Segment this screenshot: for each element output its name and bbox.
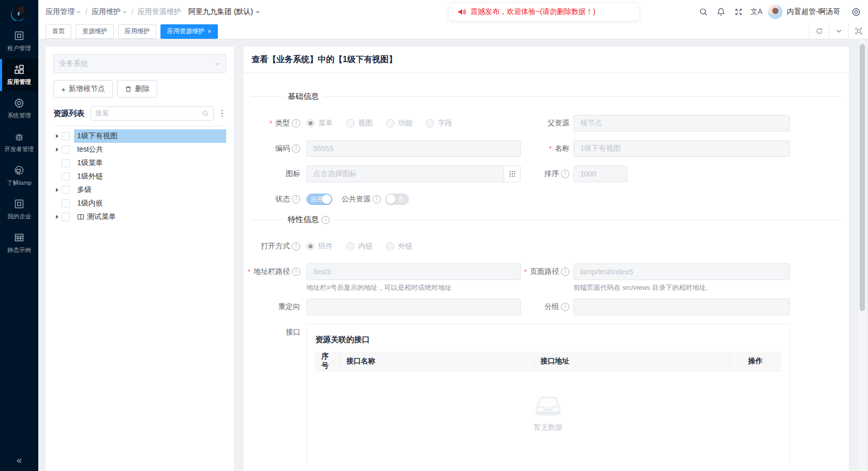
icon-picker-button[interactable] <box>504 166 521 182</box>
parent-resource-input: 根节点 <box>573 115 790 131</box>
path-input: /test3 <box>306 263 521 280</box>
translate-icon[interactable]: 文A <box>747 0 765 24</box>
collapse-icon: « <box>17 455 22 465</box>
expand-caret-icon[interactable] <box>53 148 61 152</box>
api-table-header: 序号 接口名称 接口地址 操作 <box>315 352 781 371</box>
expand-caret-icon[interactable] <box>53 188 61 192</box>
icon-input: 点击选择图标 <box>306 166 504 182</box>
field-label-public: 公共资源i <box>336 191 381 208</box>
radio-type-field: 字段 <box>426 119 452 128</box>
sidebar-item-lamp[interactable]: 了解lamp <box>0 160 38 192</box>
chevron-down-icon <box>255 9 260 14</box>
sidebar-item-application[interactable]: 应用管理 <box>0 59 38 91</box>
app-logo[interactable] <box>0 0 38 24</box>
sidebar-item-developer[interactable]: 开发者管理 <box>0 126 38 158</box>
node-checkbox[interactable] <box>62 213 70 221</box>
expand-caret-icon[interactable] <box>53 215 61 219</box>
tab-app-resource-maintain[interactable]: 应用资源维护 × <box>160 24 218 39</box>
public-resource-toggle: 否 <box>385 194 409 205</box>
info-icon: i <box>292 119 300 127</box>
plus-icon: + <box>61 85 66 94</box>
info-icon: i <box>292 268 300 276</box>
info-icon: i <box>561 303 569 311</box>
sidebar-item-enterprise[interactable]: 我的企业 <box>0 194 38 226</box>
radio-open-outer-link: 外链 <box>386 242 413 251</box>
field-label-icon: 图标 <box>252 166 300 182</box>
tab-home[interactable]: 首页 <box>46 24 71 39</box>
tab-app-maintain[interactable]: 应用维护 <box>118 24 156 39</box>
announcement-banner[interactable]: 震撼发布，欢迎体验~(请勿删除数据！) <box>448 3 640 21</box>
open-mode-radio-group: 组件 内链 外链 <box>306 238 521 255</box>
app-root: 租户管理 应用管理 系统管理 <box>0 0 868 471</box>
sidebar-item-label: 系统管理 <box>7 111 31 120</box>
node-checkbox[interactable] <box>62 172 70 181</box>
page-scrollbar-thumb[interactable] <box>860 44 865 311</box>
tree-node[interactable]: test公共 <box>53 143 226 156</box>
close-icon[interactable]: × <box>208 28 211 35</box>
node-checkbox[interactable] <box>62 199 70 208</box>
field-label-parent: 父资源 <box>525 115 569 131</box>
component-input: lamp/test/index5 <box>573 263 790 280</box>
breadcrumb-separator: / <box>131 8 134 16</box>
notification-bell-icon[interactable] <box>712 0 730 24</box>
tab-resource-maintain[interactable]: 资源维护 <box>76 24 114 39</box>
fullscreen-icon[interactable] <box>730 0 747 24</box>
lamp-logo-icon <box>10 3 28 21</box>
sidebar-item-label: 了解lamp <box>7 179 32 187</box>
delete-button[interactable]: 删除 <box>117 80 157 98</box>
column-header-index: 序号 <box>315 352 340 371</box>
chevron-down-icon <box>214 61 220 67</box>
node-checkbox[interactable] <box>62 159 70 167</box>
breadcrumb-item-app-mgmt[interactable]: 应用管理 <box>46 7 81 17</box>
content-fullscreen-icon[interactable] <box>848 24 868 38</box>
refresh-icon[interactable] <box>809 24 829 38</box>
name-input: 1级下有视图 <box>573 140 790 157</box>
chevron-down-icon[interactable] <box>829 24 848 38</box>
column-header-api-url: 接口地址 <box>534 352 730 371</box>
tree-more-menu-icon[interactable]: ⋮ <box>218 109 226 117</box>
tree-node[interactable]: 1级外链 <box>53 170 226 183</box>
tree-node[interactable]: 测试菜单 <box>53 210 226 224</box>
sidebar-item-tenant[interactable]: 租户管理 <box>0 25 38 57</box>
node-checkbox[interactable] <box>62 186 70 194</box>
type-radio-group: 菜单 视图 功能 字段 <box>306 115 521 131</box>
breadcrumb-item-app-maintain[interactable]: 应用维护 <box>92 7 127 17</box>
info-icon: i <box>292 195 300 203</box>
field-label-code: 编码i <box>252 140 300 157</box>
field-label-sort: 排序i <box>525 166 569 182</box>
tree-node[interactable]: 1级内嵌 <box>53 197 226 210</box>
field-label-state: 状态i <box>252 191 300 208</box>
user-avatar[interactable] <box>768 5 783 19</box>
field-label-component: *页面路径i <box>525 263 569 280</box>
header-actions: 文A 内置超管-啊汤哥 <box>695 0 868 24</box>
tree-search-input[interactable]: 搜索 <box>91 106 214 121</box>
api-table: 序号 接口名称 接口地址 操作 <box>315 352 781 432</box>
sidebar-item-static-demo[interactable]: 静态示例 <box>0 227 38 259</box>
system-select-placeholder: 业务系统 <box>59 59 88 68</box>
field-label-open-mode: 打开方式i <box>252 238 300 255</box>
chevron-down-icon <box>122 9 127 14</box>
user-name[interactable]: 内置超管-啊汤哥 <box>787 7 840 17</box>
node-checkbox[interactable] <box>62 132 70 140</box>
node-checkbox[interactable] <box>62 145 70 154</box>
breadcrumb-item-current: 应用资源维护 <box>138 7 181 17</box>
settings-gear-icon[interactable] <box>847 0 865 24</box>
tab-bar-actions <box>809 24 868 38</box>
enterprise-frame-icon <box>14 199 24 209</box>
field-label-type: *类型i <box>252 115 300 131</box>
state-toggle: 启用 <box>306 194 332 205</box>
column-header-actions: 操作 <box>730 352 781 371</box>
search-icon[interactable] <box>695 0 712 24</box>
add-root-node-button[interactable]: + 新增根节点 <box>53 80 113 98</box>
tree-node[interactable]: 1级下有视图 <box>53 129 226 143</box>
breadcrumb-separator: / <box>85 8 87 16</box>
bug-icon <box>14 131 24 142</box>
tree-node[interactable]: 多级 <box>53 183 226 197</box>
tree-node[interactable]: 1级菜单 <box>53 156 226 170</box>
sidebar-item-system[interactable]: 系统管理 <box>0 93 38 125</box>
tenant-selector[interactable]: 阿里九九集团 (默认) <box>188 7 260 17</box>
code-input: 55555 <box>306 140 521 157</box>
horn-icon <box>457 7 466 17</box>
sidebar-collapse-button[interactable]: « <box>0 455 38 466</box>
expand-caret-icon[interactable] <box>53 134 61 138</box>
